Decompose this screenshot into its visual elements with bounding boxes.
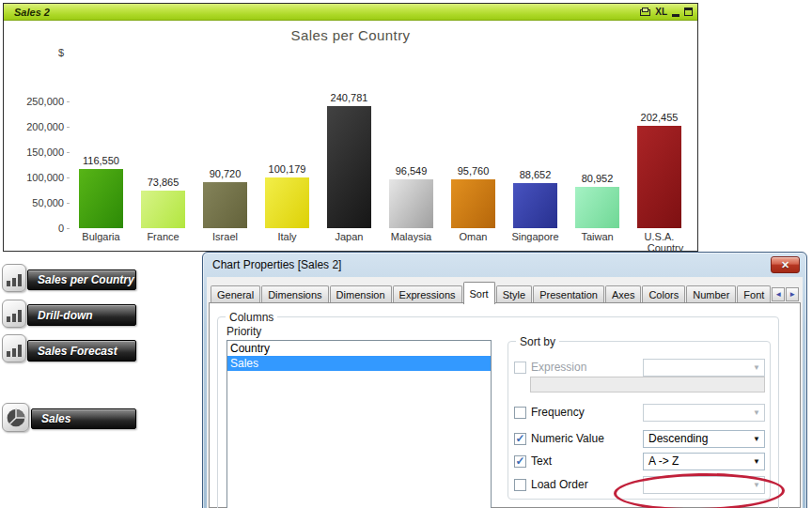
bars-glyph (7, 310, 22, 322)
dialog-body: GeneralDimensionsDimension LimitsExpress… (207, 277, 803, 508)
bar-chart-icon (2, 300, 26, 328)
numeric-value-label: Numeric Value (531, 432, 604, 445)
chart-window-title: Sales 2 (14, 7, 50, 18)
bar-france[interactable] (141, 191, 185, 228)
text-checkbox[interactable]: ✓ (514, 455, 526, 468)
bar-value-label: 96,549 (382, 165, 442, 177)
tabstrip: GeneralDimensionsDimension LimitsExpress… (211, 283, 799, 303)
y-tick-mark (67, 152, 70, 153)
priority-listbox[interactable]: CountrySales (226, 340, 492, 508)
tab-dimensions[interactable]: Dimensions (261, 285, 328, 303)
dialog-titlebar[interactable]: Chart Properties [Sales 2] ✕ (203, 253, 806, 276)
chart-window-titlebar[interactable]: Sales 2 XL (4, 4, 697, 21)
y-tick-mark (67, 228, 70, 229)
numeric-value-dropdown-value: Descending (648, 432, 708, 445)
bars-glyph (7, 345, 22, 357)
bar-bulgaria[interactable] (79, 169, 123, 228)
tab-scroll-right-button[interactable]: ► (786, 287, 799, 301)
printer-paper (642, 8, 648, 12)
bar-value-label: 80,952 (568, 173, 628, 184)
tab-style[interactable]: Style (496, 285, 532, 303)
numeric-value-checkbox[interactable]: ✓ (514, 433, 526, 445)
nav-button-sales[interactable]: Sales (31, 408, 136, 429)
bars-glyph (7, 274, 22, 286)
chevron-down-icon: ▼ (753, 435, 760, 444)
bar-singapore[interactable] (513, 183, 557, 228)
text-dropdown[interactable]: A -> Z ▼ (643, 453, 765, 470)
tab-general[interactable]: General (211, 285, 260, 303)
minimize-icon[interactable] (672, 14, 679, 17)
y-tick-label: 250,000 (8, 96, 64, 107)
expression-checkbox[interactable] (514, 362, 526, 374)
sort-tab-page: Columns Priority CountrySales Sort by Ex… (209, 302, 801, 508)
x-axis-category-label: U.S.A. (627, 231, 693, 242)
tab-colors[interactable]: Colors (642, 285, 685, 303)
dialog-title: Chart Properties [Sales 2] (212, 258, 341, 271)
check-icon: ✓ (515, 456, 525, 467)
nav-button-drill-down[interactable]: Drill-down (27, 304, 136, 326)
y-tick-mark (67, 101, 70, 102)
bar-israel[interactable] (203, 182, 247, 228)
chart-properties-dialog: Chart Properties [Sales 2] ✕ GeneralDime… (202, 252, 807, 508)
expression-dropdown[interactable]: ▼ (643, 359, 765, 377)
x-axis-category-label: Singapore (503, 231, 569, 242)
caption-icons: XL (640, 8, 693, 17)
bar-usa[interactable] (637, 126, 681, 228)
x-axis-category-label: Taiwan (565, 231, 631, 242)
tab-scroll-left-button[interactable]: ◄ (772, 287, 785, 301)
numeric-value-dropdown[interactable]: Descending ▼ (643, 430, 765, 448)
bar-value-label: 202,455 (630, 112, 690, 123)
x-axis-title: Country (636, 242, 695, 252)
print-icon[interactable] (640, 8, 650, 16)
bar-value-label: 100,179 (258, 163, 318, 175)
x-axis-category-label: France (131, 231, 196, 242)
y-tick-label: 0 (8, 223, 64, 234)
bar-malaysia[interactable] (389, 179, 433, 228)
send-to-excel-icon[interactable]: XL (655, 8, 667, 17)
y-tick-label: 150,000 (8, 146, 64, 158)
close-icon: ✕ (781, 259, 789, 270)
y-tick-mark (67, 127, 70, 128)
chart-plot-area: Sales per Country $ 050,000100,000150,00… (4, 21, 697, 252)
expression-field[interactable] (530, 377, 765, 393)
nav-button-sales-forecast[interactable]: Sales Forecast (27, 340, 136, 362)
nav-button-sales-per-country[interactable]: Sales per Country (27, 269, 136, 290)
y-tick-mark (67, 203, 70, 204)
bar-chart-icon (2, 264, 26, 292)
y-tick-mark (67, 177, 70, 178)
x-axis-category-label: Israel (193, 231, 258, 242)
priority-item-sales[interactable]: Sales (227, 356, 491, 371)
tab-sort[interactable]: Sort (463, 282, 495, 304)
frequency-checkbox[interactable] (514, 407, 526, 419)
x-axis-category-label: Japan (317, 231, 383, 242)
priority-item-country[interactable]: Country (227, 341, 491, 356)
bar-value-label: 73,865 (133, 177, 194, 188)
bar-chart-icon (2, 334, 26, 362)
tab-presentation[interactable]: Presentation (533, 285, 604, 303)
text-dropdown-value: A -> Z (648, 454, 679, 468)
bar-value-label: 240,781 (320, 92, 380, 103)
bar-value-label: 116,550 (71, 155, 132, 166)
tab-expressions[interactable]: Expressions (393, 285, 462, 303)
tab-axes[interactable]: Axes (605, 285, 641, 303)
frequency-label: Frequency (531, 406, 585, 419)
bar-japan[interactable] (327, 106, 371, 228)
tab-font[interactable]: Font (737, 285, 771, 303)
load-order-checkbox[interactable] (514, 479, 526, 491)
bar-value-label: 88,652 (506, 169, 566, 180)
text-label: Text (531, 454, 552, 468)
bar-value-label: 90,720 (195, 168, 256, 179)
load-order-label: Load Order (531, 478, 588, 491)
x-axis-category-label: Italy (255, 231, 320, 242)
pie-chart-icon (2, 403, 29, 432)
bar-italy[interactable] (265, 177, 309, 228)
tab-number[interactable]: Number (686, 285, 736, 303)
maximize-icon[interactable] (684, 8, 693, 16)
bar-oman[interactable] (451, 179, 495, 228)
bar-taiwan[interactable] (575, 187, 619, 228)
tab-dimension-limits[interactable]: Dimension Limits (330, 285, 392, 303)
frequency-dropdown[interactable]: ▼ (643, 404, 765, 422)
close-button[interactable]: ✕ (771, 256, 800, 273)
sort-by-group-label: Sort by (516, 335, 559, 348)
tabs: GeneralDimensionsDimension LimitsExpress… (211, 282, 772, 303)
